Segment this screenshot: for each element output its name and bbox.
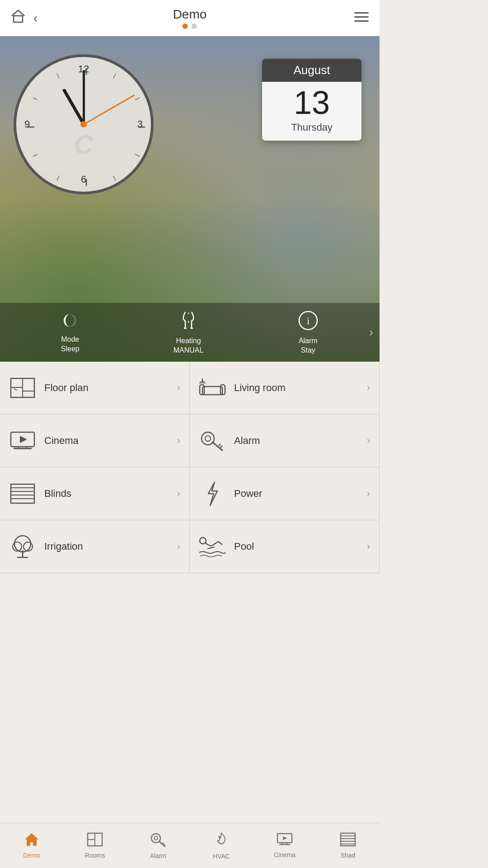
- info-circle-icon: i: [297, 309, 319, 335]
- hero-chevron-right[interactable]: ›: [369, 325, 373, 340]
- tab-alarm[interactable]: Alarm: [127, 832, 190, 859]
- alarm-key-icon: [199, 427, 226, 454]
- power-label: Power: [234, 488, 359, 500]
- top-bar: ‹ Demo: [0, 0, 380, 36]
- clock-6: 6: [81, 174, 86, 185]
- clock-center-dot: [80, 121, 87, 127]
- svg-point-51: [200, 538, 206, 544]
- svg-line-40: [221, 446, 222, 448]
- clock-9: 9: [24, 118, 30, 130]
- pool-label: Pool: [234, 541, 359, 552]
- cinema-chevron: ›: [177, 435, 180, 447]
- menu-item-cinema[interactable]: Cinema ›: [0, 415, 190, 467]
- status-alarm[interactable]: i AlarmStay: [297, 309, 319, 355]
- blinds-chevron: ›: [177, 488, 180, 500]
- menu-item-alarm[interactable]: Alarm ›: [190, 415, 380, 467]
- menu-item-floor-plan[interactable]: Floor plan ›: [0, 362, 190, 415]
- tab-demo[interactable]: Demo: [0, 832, 63, 859]
- svg-line-9: [57, 74, 59, 78]
- tab-hvac[interactable]: HVAC: [190, 831, 253, 860]
- menu-icon[interactable]: [354, 12, 369, 24]
- svg-line-38: [212, 442, 222, 450]
- status-mode[interactable]: ModeSleep: [60, 311, 80, 354]
- tab-shad-icon: [340, 832, 356, 850]
- power-chevron: ›: [367, 488, 370, 500]
- clock-3: 3: [137, 118, 143, 130]
- tab-alarm-label: Alarm: [150, 852, 167, 859]
- nav-left: ‹: [11, 9, 38, 26]
- cinema-label: Cinema: [44, 435, 169, 447]
- svg-rect-41: [11, 484, 34, 503]
- svg-line-15: [33, 98, 38, 100]
- tab-shad[interactable]: Shad: [316, 832, 380, 859]
- tab-home-icon: [24, 832, 39, 850]
- tab-rooms-icon: [87, 832, 103, 850]
- svg-line-10: [113, 176, 116, 180]
- svg-line-14: [33, 154, 38, 156]
- irrigation-icon: [9, 533, 36, 560]
- floor-plan-icon: [9, 374, 36, 401]
- page-dots: [173, 24, 207, 29]
- cinema-icon: [9, 427, 36, 454]
- pool-icon: [199, 533, 226, 560]
- menu-item-pool[interactable]: Pool ›: [190, 520, 380, 573]
- calendar-body: 13 Thursday: [262, 82, 361, 141]
- pool-chevron: ›: [367, 541, 370, 552]
- svg-line-60: [164, 844, 165, 845]
- svg-line-8: [113, 74, 116, 78]
- tab-cinema[interactable]: Cinema: [253, 833, 316, 859]
- tab-cinema-icon: [277, 833, 293, 849]
- svg-text:i: i: [307, 315, 310, 326]
- page-title-container: Demo: [173, 7, 207, 29]
- bottom-tab-bar: Demo Rooms Alarm: [0, 823, 380, 868]
- svg-line-59: [162, 843, 164, 844]
- tab-key-icon: [150, 832, 166, 850]
- calendar-month: August: [262, 59, 361, 82]
- tab-hvac-icon: [213, 831, 230, 851]
- calendar-widget: August 13 Thursday: [262, 59, 361, 141]
- clock-face: 12 3 6 9 C: [14, 54, 154, 194]
- svg-marker-52: [25, 833, 38, 846]
- blinds-label: Blinds: [44, 488, 169, 500]
- tab-hvac-label: HVAC: [213, 853, 230, 860]
- menu-item-irrigation[interactable]: Irrigation ›: [0, 520, 190, 573]
- moon-icon: [60, 311, 80, 333]
- living-room-icon: [199, 374, 226, 401]
- svg-point-46: [14, 536, 31, 552]
- irrigation-chevron: ›: [177, 541, 180, 552]
- wine-icon: [177, 309, 200, 335]
- menu-item-living-room[interactable]: Living room ›: [190, 362, 380, 415]
- alarm-label-menu: Alarm: [234, 435, 359, 447]
- heating-label: HeatingMANUAL: [174, 336, 204, 355]
- back-icon[interactable]: ‹: [33, 11, 38, 25]
- tab-cinema-label: Cinema: [274, 851, 296, 859]
- svg-point-37: [205, 436, 211, 441]
- page-title: Demo: [173, 7, 207, 21]
- living-room-label: Living room: [234, 382, 359, 394]
- living-room-chevron: ›: [367, 382, 370, 394]
- clock-logo: C: [74, 129, 93, 160]
- menu-item-blinds[interactable]: Blinds ›: [0, 467, 190, 520]
- svg-line-11: [57, 176, 59, 180]
- home-icon[interactable]: [11, 9, 25, 26]
- tab-rooms[interactable]: Rooms: [63, 832, 127, 859]
- dot-2: [192, 24, 197, 29]
- svg-rect-3: [354, 20, 369, 22]
- tab-demo-label: Demo: [23, 852, 40, 859]
- svg-rect-26: [202, 387, 222, 395]
- svg-line-12: [135, 154, 140, 156]
- svg-point-57: [154, 836, 158, 840]
- floor-plan-chevron: ›: [177, 382, 180, 394]
- alarm-label: AlarmStay: [299, 336, 318, 355]
- status-heating[interactable]: HeatingMANUAL: [174, 309, 204, 355]
- hero-section: 12 3 6 9 C August 13 Thursday: [0, 36, 380, 362]
- clock-widget: 12 3 6 9 C: [14, 54, 154, 194]
- status-bar: ModeSleep HeatingMANUAL: [0, 303, 380, 362]
- svg-point-36: [202, 432, 214, 445]
- mode-label: ModeSleep: [61, 335, 80, 354]
- menu-item-power[interactable]: Power ›: [190, 467, 380, 520]
- blinds-icon: [9, 480, 36, 507]
- irrigation-label: Irrigation: [44, 541, 169, 552]
- clock-minute-hand: [83, 70, 85, 124]
- svg-rect-2: [354, 16, 369, 18]
